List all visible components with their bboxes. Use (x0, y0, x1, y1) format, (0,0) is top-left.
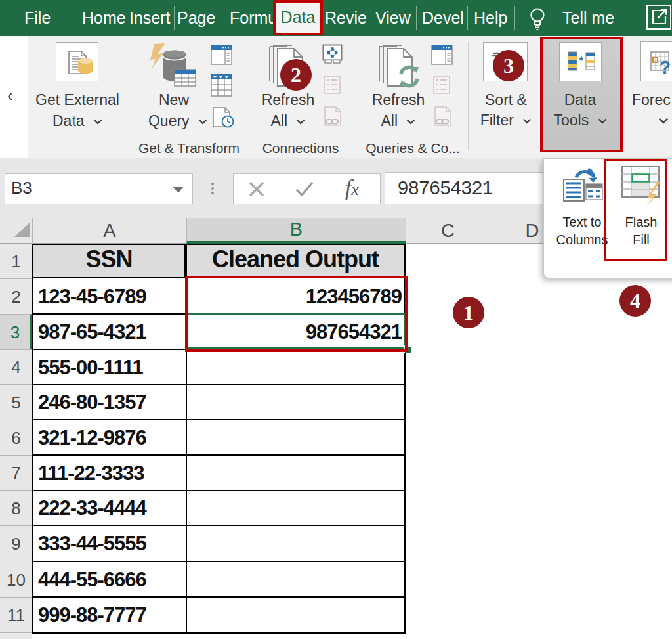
svg-text:?: ? (660, 57, 671, 77)
